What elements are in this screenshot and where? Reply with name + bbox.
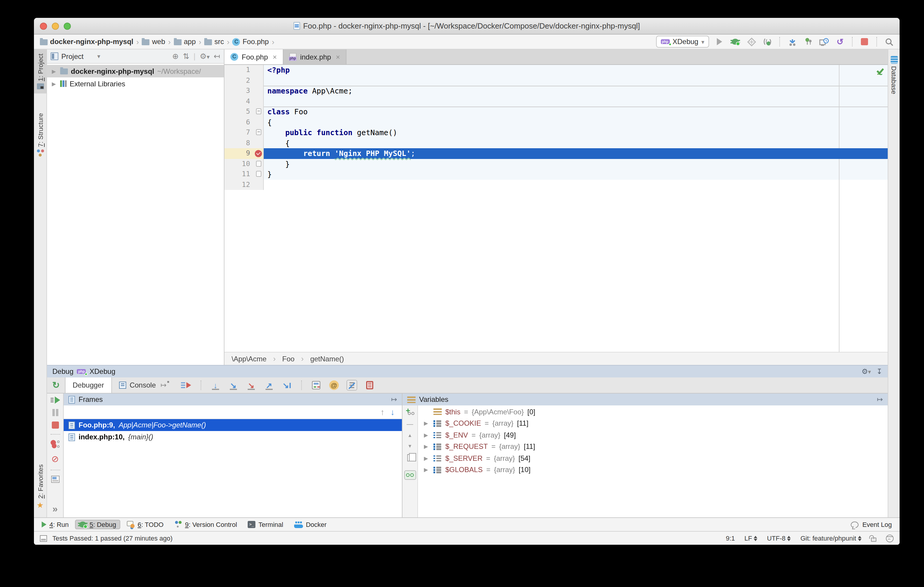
code-line[interactable]: 8 { — [224, 138, 888, 148]
evaluate-expression-button[interactable] — [311, 380, 322, 391]
chevron-down-icon[interactable]: ▾ — [97, 53, 100, 59]
breadcrumb-namespace[interactable]: \App\Acme — [232, 355, 266, 363]
step-over-button[interactable]: ↓ — [210, 380, 221, 391]
expand-arrow-icon[interactable]: ▶ — [424, 432, 430, 438]
run-to-cursor-button[interactable]: ↘I — [282, 380, 292, 391]
run-button[interactable] — [713, 36, 725, 48]
code-line[interactable]: 12 — [224, 180, 888, 190]
event-log-button[interactable]: Event Log — [847, 520, 896, 529]
stripe-button-structure[interactable]: 7: Structure — [34, 109, 46, 161]
locate-file-button[interactable]: ⊕ — [172, 52, 178, 61]
line-number[interactable]: 4 — [224, 96, 264, 107]
variable-row[interactable]: ▶ $this = {App\Acme\Foo} [0] — [418, 406, 888, 418]
zoom-window-button[interactable] — [64, 22, 71, 30]
rerun-debug-button[interactable]: ↻ — [47, 378, 65, 393]
variable-row[interactable]: ▶ $_COOKIE = {array} [11] — [418, 418, 888, 429]
code-editor[interactable]: 1 <?php 2 3 namespace App\Acme; 4 — [224, 65, 888, 352]
step-into-button[interactable]: ↘ — [228, 380, 239, 391]
breadcrumb-file[interactable]: C Foo.php — [231, 38, 270, 46]
next-frame-button[interactable]: ↓ — [391, 407, 395, 417]
breadcrumb-method[interactable]: getName() — [310, 355, 344, 363]
title-bar[interactable]: Foo.php - docker-nginx-php-mysql - [~/Wo… — [34, 18, 899, 35]
line-number[interactable]: 8 — [224, 138, 264, 148]
toolwindow-button-version-control[interactable]: 9: Version Control — [170, 519, 241, 529]
status-message[interactable]: Tests Passed: 1 passed (27 minutes ago) — [53, 534, 173, 542]
hide-panel-button[interactable]: ↧ — [876, 367, 882, 376]
show-watches-button[interactable] — [404, 470, 416, 480]
tab-foo-php[interactable]: C Foo.php × — [224, 49, 284, 64]
line-number[interactable]: 3 — [224, 86, 264, 96]
toolwindow-button-todo[interactable]: 6: TODO — [123, 520, 168, 529]
remove-watch-button[interactable]: — — [407, 420, 413, 427]
breakpoint-icon[interactable] — [255, 150, 262, 157]
breadcrumb-app[interactable]: app — [172, 38, 197, 46]
variable-row[interactable]: ▶ $_ENV = {array} [49] — [418, 429, 888, 441]
inspection-ok-icon[interactable] — [876, 68, 884, 76]
search-everywhere-button[interactable] — [883, 36, 895, 48]
toolwindow-button-docker[interactable]: Docker — [290, 520, 331, 529]
variable-row[interactable]: ▶ $_REQUEST = {array} [11] — [418, 441, 888, 452]
line-separator-selector[interactable]: LF — [744, 534, 757, 542]
code-line[interactable]: 7 − public function getName() — [224, 127, 888, 138]
previous-frame-button[interactable]: ↑ — [380, 407, 384, 417]
breadcrumb-src[interactable]: src — [203, 38, 225, 46]
stripe-button-favorites[interactable]: 2: Favorites ★ — [34, 460, 46, 514]
line-number[interactable]: 12 — [224, 180, 264, 190]
line-number[interactable]: 9 — [224, 148, 264, 159]
settings-gear-button[interactable]: ⚙▾ — [200, 52, 210, 61]
expand-arrow-icon[interactable]: ▶ — [52, 81, 57, 87]
show-execution-point-button[interactable] — [181, 380, 192, 391]
toolwindow-button-debug[interactable]: 5: Debug — [75, 520, 120, 529]
toolwindow-toggle-icon[interactable] — [40, 535, 47, 541]
debug-button[interactable] — [729, 36, 741, 48]
force-step-into-button[interactable]: ↘ — [246, 380, 257, 391]
code-line[interactable]: 10 } — [224, 159, 888, 169]
expand-arrow-icon[interactable]: ▶ — [52, 68, 57, 74]
resume-button[interactable] — [50, 396, 60, 404]
caret-position[interactable]: 9:1 — [726, 534, 735, 542]
frame-row[interactable]: Foo.php:9, App|Acme|Foo->getName() — [64, 419, 402, 431]
mute-line-breakpoints-button[interactable] — [346, 380, 357, 391]
restore-layout-button[interactable] — [365, 380, 375, 391]
float-panel-icon[interactable]: ↦ — [877, 395, 883, 404]
collapse-all-button[interactable]: ⇅ — [183, 52, 189, 61]
tab-index-php[interactable]: php index.php × — [284, 49, 346, 64]
line-number[interactable]: 11 — [224, 169, 264, 180]
run-configuration-selector[interactable]: php XDebug ▾ — [656, 36, 709, 48]
line-number[interactable]: 10 — [224, 159, 264, 169]
variable-row[interactable]: ▶ $GLOBALS = {array} [10] — [418, 464, 888, 476]
listen-debug-connections-button[interactable] — [761, 36, 773, 48]
fold-icon[interactable] — [256, 171, 261, 177]
line-number[interactable]: 1 — [224, 65, 264, 75]
breadcrumb-web[interactable]: web — [141, 38, 167, 46]
line-number[interactable]: 2 — [224, 75, 264, 86]
view-breakpoints-button[interactable] — [51, 440, 59, 448]
expand-arrow-icon[interactable]: ▶ — [424, 455, 430, 462]
inspections-profile-icon[interactable] — [886, 534, 894, 542]
rollback-button[interactable]: ↺ — [834, 36, 846, 48]
fold-icon[interactable]: − — [256, 108, 261, 114]
fold-icon[interactable]: − — [256, 129, 261, 135]
close-tab-icon[interactable]: × — [336, 53, 340, 61]
tab-debugger[interactable]: Debugger — [65, 378, 112, 393]
lock-icon[interactable] — [871, 537, 876, 541]
more-actions-button[interactable]: » — [53, 504, 58, 514]
expand-arrow-icon[interactable]: ▶ — [424, 467, 430, 473]
expand-arrow-icon[interactable]: ▶ — [424, 420, 430, 427]
commit-changes-button[interactable] — [802, 36, 814, 48]
minimize-window-button[interactable] — [52, 22, 59, 30]
stripe-button-database[interactable]: Database — [888, 49, 899, 98]
inline-values-button[interactable]: @ — [328, 380, 339, 391]
code-line[interactable]: 4 — [224, 96, 888, 107]
code-line-current[interactable]: 9 return 'Nginx PHP MySQL'; — [224, 148, 888, 159]
stripe-button-project[interactable]: 1: Project — [34, 49, 46, 94]
line-number[interactable]: 6 — [224, 117, 264, 127]
run-with-coverage-button[interactable] — [746, 36, 757, 48]
git-branch-selector[interactable]: Git: feature/phpunit — [800, 534, 861, 542]
tree-row-project-root[interactable]: ▶ docker-nginx-php-mysql ~/Workspace/ — [47, 65, 224, 77]
code-line[interactable]: 5 − class Foo — [224, 107, 888, 117]
close-tab-icon[interactable]: × — [273, 53, 277, 61]
move-up-button[interactable]: ▲ — [408, 433, 412, 438]
code-line[interactable]: 11 } — [224, 169, 888, 180]
pause-button[interactable] — [52, 409, 58, 416]
